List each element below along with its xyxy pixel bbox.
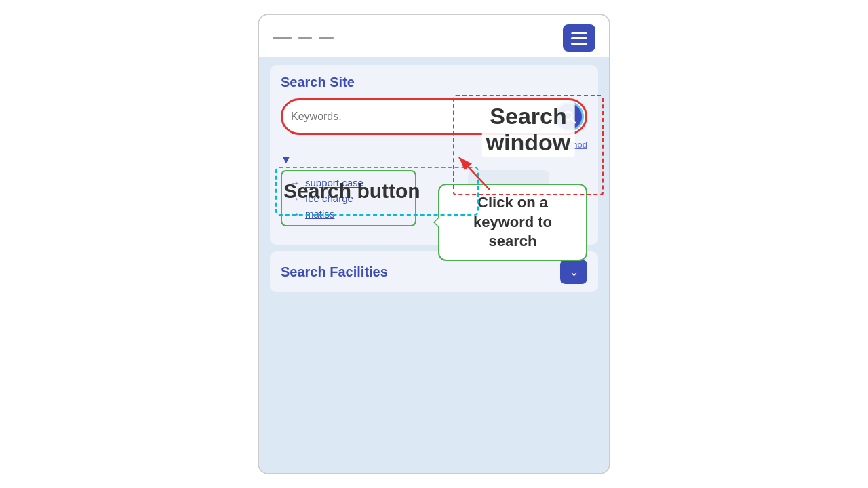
filter-row: ▼ <box>281 154 587 166</box>
question-icon: ? <box>514 139 525 150</box>
topbar-lines <box>273 37 334 39</box>
click-keyword-tooltip-text: Click on a keyword to search <box>473 194 552 249</box>
phone-topbar <box>259 15 609 57</box>
bottom-row: → support case → fee charge → matiss <box>281 170 587 238</box>
search-method-link[interactable]: Search Method <box>528 140 587 150</box>
filter-triangle-icon: ▼ <box>281 154 292 166</box>
keyword-arrow-1: → <box>290 193 300 204</box>
keyword-link-1[interactable]: fee charge <box>305 192 353 204</box>
search-site-title: Search Site <box>281 75 587 90</box>
search-icon <box>561 109 576 124</box>
svg-line-1 <box>571 119 575 123</box>
topbar-line-1 <box>273 37 292 39</box>
keyword-arrow-2: → <box>290 209 300 220</box>
topbar-line-3 <box>319 37 334 39</box>
keyword-item-2[interactable]: → matiss <box>290 208 407 220</box>
search-site-panel: Search Site ? Search Method ▼ <box>270 65 598 245</box>
click-keyword-tooltip: Click on a keyword to search <box>438 184 587 261</box>
keyword-item-0[interactable]: → support case <box>290 177 407 188</box>
keyword-item-1[interactable]: → fee charge <box>290 192 407 204</box>
chevron-down-icon: ⌄ <box>569 264 579 279</box>
search-facilities-title: Search Facilities <box>281 264 388 280</box>
keyword-link-2[interactable]: matiss <box>305 208 334 220</box>
hamburger-line-3 <box>571 43 587 45</box>
search-button[interactable] <box>554 102 584 131</box>
search-input-row <box>281 98 587 135</box>
topbar-line-2 <box>298 37 312 39</box>
hamburger-button[interactable] <box>563 24 595 52</box>
phone-container: Search Site ? Search Method ▼ <box>258 14 610 474</box>
keyword-arrow-0: → <box>290 178 300 188</box>
content-area: Search Site ? Search Method ▼ <box>259 57 609 473</box>
hamburger-line-1 <box>571 32 587 34</box>
facilities-dropdown-button[interactable]: ⌄ <box>560 260 587 284</box>
hamburger-line-2 <box>571 37 587 39</box>
keywords-list: → support case → fee charge → matiss <box>281 170 416 226</box>
keywords-input[interactable] <box>291 110 554 123</box>
keyword-link-0[interactable]: support case <box>305 177 363 188</box>
search-method-row: ? Search Method <box>281 139 587 150</box>
